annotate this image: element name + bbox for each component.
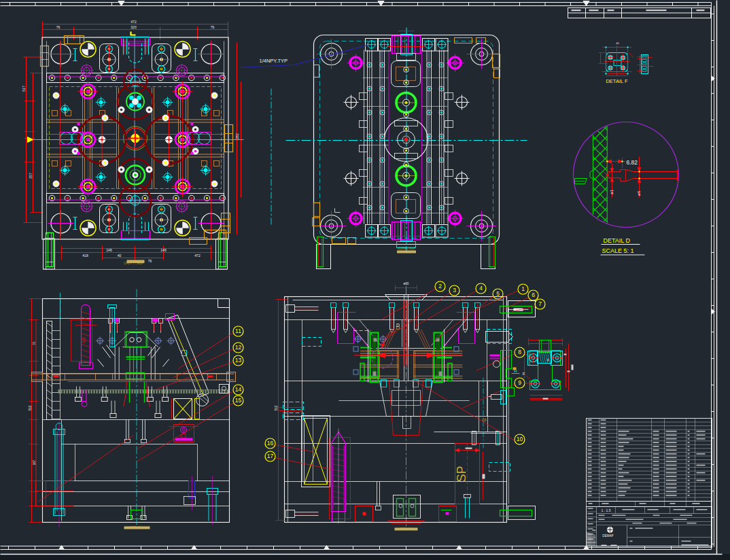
svg-text:1 : 1.5: 1 : 1.5 <box>602 508 611 512</box>
svg-text:DETAIL F: DETAIL F <box>606 78 628 84</box>
svg-text:512: 512 <box>29 405 32 410</box>
svg-text:9: 9 <box>518 379 521 386</box>
svg-text:12: 12 <box>235 344 242 351</box>
svg-text:S02: S02 <box>82 337 86 343</box>
svg-text:512: 512 <box>275 405 278 410</box>
svg-text:ø60: ø60 <box>404 282 409 285</box>
svg-text:3: 3 <box>453 287 456 294</box>
svg-text:4: 4 <box>479 285 483 292</box>
svg-text:8: 8 <box>518 349 521 355</box>
svg-text:146: 146 <box>106 248 112 252</box>
svg-text:282: 282 <box>235 133 239 139</box>
svg-text:6: 6 <box>532 292 535 298</box>
svg-text:167: 167 <box>33 459 36 465</box>
svg-text:14: 14 <box>235 386 242 393</box>
svg-text:SP: SP <box>455 466 468 482</box>
svg-text:40: 40 <box>616 41 619 45</box>
svg-text:D: D <box>396 323 400 328</box>
svg-text:7: 7 <box>538 300 542 307</box>
svg-text:70: 70 <box>33 342 36 346</box>
svg-text:6.82: 6.82 <box>627 159 638 166</box>
svg-text:F: F <box>547 358 549 362</box>
svg-text:5: 5 <box>496 290 500 297</box>
svg-text:G5: G5 <box>482 418 487 422</box>
svg-text:DETAIL D: DETAIL D <box>604 237 631 244</box>
svg-text:ø6: ø6 <box>637 190 641 196</box>
svg-text:146: 146 <box>160 248 167 252</box>
svg-text:10: 10 <box>517 436 523 442</box>
svg-text:16: 16 <box>267 440 274 447</box>
svg-text:15: 15 <box>235 397 242 404</box>
svg-text:2: 2 <box>438 283 442 290</box>
svg-text:ø1: ø1 <box>610 189 614 194</box>
svg-text:13: 13 <box>235 357 242 364</box>
svg-text:472: 472 <box>131 20 137 24</box>
svg-text:1: 1 <box>521 285 525 292</box>
svg-text:472: 472 <box>194 253 201 258</box>
svg-text:11: 11 <box>235 328 241 334</box>
svg-text:418: 418 <box>82 253 88 258</box>
svg-text:F: F <box>523 372 525 376</box>
svg-text:CORE HALF: CORE HALF <box>398 247 415 250</box>
svg-text:DEMAP: DEMAP <box>602 534 613 538</box>
svg-text:76: 76 <box>148 259 152 263</box>
svg-text:76: 76 <box>56 25 60 29</box>
svg-text:320: 320 <box>131 25 137 29</box>
svg-text:517: 517 <box>22 86 26 92</box>
svg-text:257: 257 <box>29 173 33 179</box>
svg-text:40: 40 <box>118 253 122 258</box>
svg-text:17: 17 <box>267 453 274 459</box>
svg-text:SCALE 5: 1: SCALE 5: 1 <box>602 247 634 254</box>
svg-text:1/4NPY.TYP: 1/4NPY.TYP <box>260 58 288 64</box>
svg-text:76: 76 <box>211 25 215 29</box>
